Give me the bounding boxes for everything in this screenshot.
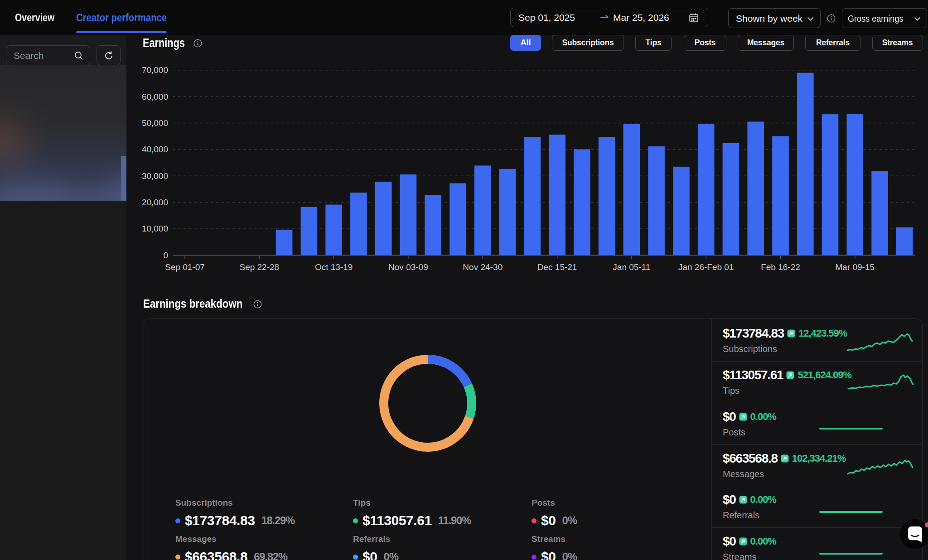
svg-text:60,000: 60,000 — [142, 92, 168, 101]
svg-text:Jan 05-11: Jan 05-11 — [613, 262, 650, 272]
svg-text:10,000: 10,000 — [142, 224, 168, 233]
svg-text:Mar 09-15: Mar 09-15 — [835, 262, 875, 272]
svg-text:Oct 13-19: Oct 13-19 — [315, 262, 353, 272]
svg-text:Dec 15-21: Dec 15-21 — [537, 262, 577, 272]
svg-text:30,000: 30,000 — [142, 171, 168, 181]
svg-text:70,000: 70,000 — [142, 65, 168, 75]
svg-text:Jan 26-Feb 01: Jan 26-Feb 01 — [678, 262, 734, 272]
svg-text:40,000: 40,000 — [142, 145, 168, 154]
svg-text:20,000: 20,000 — [142, 198, 168, 207]
svg-text:Nov 24-30: Nov 24-30 — [463, 262, 503, 272]
svg-text:Nov 03-09: Nov 03-09 — [388, 262, 428, 272]
svg-text:0: 0 — [163, 251, 168, 260]
svg-text:50,000: 50,000 — [142, 118, 168, 128]
svg-text:Feb 16-22: Feb 16-22 — [761, 262, 800, 272]
svg-text:Sep 01-07: Sep 01-07 — [165, 262, 205, 272]
svg-text:Sep 22-28: Sep 22-28 — [239, 262, 279, 272]
